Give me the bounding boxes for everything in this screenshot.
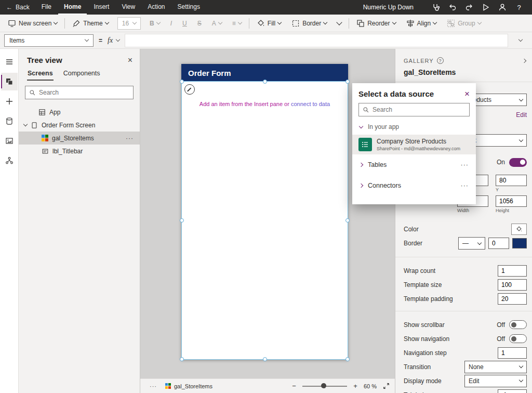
group-overflow-icon[interactable]: ··· xyxy=(461,161,469,168)
menu-home[interactable]: Home xyxy=(58,0,87,15)
resize-handle-e[interactable] xyxy=(345,218,350,222)
gallery-control-selection[interactable]: Add an item from the Insert pane or conn… xyxy=(181,81,348,360)
resize-handle-s[interactable] xyxy=(263,357,267,361)
connectors-group[interactable]: Connectors ··· xyxy=(352,175,476,196)
bold-button[interactable]: B xyxy=(145,16,165,31)
align-button[interactable]: Align xyxy=(402,16,442,31)
tree-item-app[interactable]: App xyxy=(19,106,140,119)
wrap-count-input[interactable] xyxy=(498,265,527,277)
advanced-tools-icon[interactable] xyxy=(1,152,18,169)
formula-input[interactable] xyxy=(125,34,508,47)
zoom-in-button[interactable]: + xyxy=(352,382,359,390)
tables-group[interactable]: Tables ··· xyxy=(352,154,476,175)
connect-to-data-link[interactable]: connect to data xyxy=(291,101,330,107)
transition-dropdown[interactable]: None xyxy=(464,361,527,373)
fx-dropdown[interactable]: fx xyxy=(108,36,119,45)
visible-toggle[interactable] xyxy=(509,158,527,167)
color-picker-button[interactable] xyxy=(511,224,527,235)
back-button[interactable]: ← Back xyxy=(6,4,35,11)
close-icon[interactable]: × xyxy=(128,56,132,64)
wrap-count-label: Wrap count xyxy=(404,267,435,274)
tree-item-label[interactable]: lbl_Titlebar xyxy=(19,145,140,158)
formula-expand-button[interactable] xyxy=(513,40,528,41)
redo-icon[interactable] xyxy=(462,1,476,14)
border-color-swatch[interactable] xyxy=(512,238,527,248)
insert-icon[interactable] xyxy=(1,93,18,110)
menu-view[interactable]: View xyxy=(116,0,141,15)
screen-icon xyxy=(31,122,38,129)
fit-to-window-icon[interactable] xyxy=(383,383,390,389)
position-y-input[interactable] xyxy=(496,175,527,186)
tab-index-input[interactable] xyxy=(498,389,527,393)
border-width-input[interactable] xyxy=(488,238,509,249)
preview-play-icon[interactable] xyxy=(479,1,493,14)
in-your-app-section[interactable]: In your app xyxy=(352,116,476,135)
template-padding-input[interactable] xyxy=(498,293,527,305)
app-checker-icon[interactable] xyxy=(429,1,443,14)
tree-search-input[interactable] xyxy=(39,89,129,96)
titlebar-label-control[interactable]: Order Form xyxy=(181,64,348,82)
zoom-out-button[interactable]: − xyxy=(290,382,298,390)
selected-control-indicator[interactable]: gal_StoreItems xyxy=(165,383,212,389)
display-mode-dropdown[interactable]: Edit xyxy=(464,375,527,387)
resize-handle-sw[interactable] xyxy=(180,357,184,361)
tree-view-title: Tree view xyxy=(27,56,62,64)
chevron-down-icon[interactable] xyxy=(23,122,28,126)
menu-settings[interactable]: Settings xyxy=(172,0,206,15)
tab-components[interactable]: Components xyxy=(63,68,101,81)
statusbar-overflow-icon[interactable]: ··· xyxy=(150,383,157,389)
dialog-search-input[interactable] xyxy=(373,106,466,113)
theme-button[interactable]: Theme xyxy=(68,16,113,31)
template-size-input[interactable] xyxy=(498,279,527,291)
menu-file[interactable]: File xyxy=(36,0,57,15)
italic-button[interactable]: I xyxy=(166,16,177,31)
new-screen-button[interactable]: New screen xyxy=(3,16,62,31)
zoom-slider-handle[interactable] xyxy=(321,383,326,388)
border-style-dropdown[interactable]: — xyxy=(458,237,485,250)
tree-item-screen[interactable]: Order Form Screen xyxy=(19,119,140,132)
resize-handle-nw[interactable] xyxy=(180,80,184,84)
color-label: Color xyxy=(404,226,419,233)
collapse-panel-icon[interactable] xyxy=(522,58,526,62)
data-sources-icon[interactable] xyxy=(1,112,18,130)
datasource-item[interactable]: Company Store Products SharePoint - md@m… xyxy=(352,135,476,154)
resize-handle-se[interactable] xyxy=(345,357,350,361)
edit-fields-link[interactable]: Edit xyxy=(516,111,527,119)
group-overflow-icon[interactable]: ··· xyxy=(461,182,469,189)
property-selector[interactable]: Items xyxy=(4,34,94,47)
close-icon[interactable]: × xyxy=(464,89,470,98)
show-scrollbar-toggle[interactable] xyxy=(509,320,527,329)
menu-insert[interactable]: Insert xyxy=(88,0,115,15)
zoom-slider[interactable] xyxy=(302,386,347,387)
edit-gallery-pencil-button[interactable] xyxy=(184,84,195,95)
menu-action[interactable]: Action xyxy=(142,0,170,15)
font-size-dropdown[interactable]: 16 xyxy=(117,17,141,30)
border-button[interactable]: Border xyxy=(287,16,331,31)
navigation-step-input[interactable] xyxy=(498,347,527,359)
resize-handle-n[interactable] xyxy=(263,80,267,84)
show-navigation-toggle[interactable] xyxy=(509,334,527,343)
hamburger-menu-icon[interactable] xyxy=(1,53,18,71)
undo-icon[interactable] xyxy=(446,1,459,14)
strikethrough-button[interactable]: S xyxy=(193,16,206,31)
tree-view-panel: Tree view × Screens Components App Order… xyxy=(19,49,140,393)
tab-screens[interactable]: Screens xyxy=(27,68,54,81)
tree-item-gallery[interactable]: gal_StoreItems ··· xyxy=(19,132,140,145)
text-align-button[interactable]: ≡ xyxy=(228,16,246,31)
resize-handle-w[interactable] xyxy=(180,218,184,222)
account-icon[interactable] xyxy=(496,1,509,14)
help-icon[interactable]: ? xyxy=(437,57,444,64)
underline-button[interactable]: U xyxy=(178,16,192,31)
tree-view-icon[interactable] xyxy=(1,73,18,90)
reorder-button[interactable]: Reorder xyxy=(352,16,400,31)
fill-button[interactable]: Fill xyxy=(252,16,286,31)
help-icon[interactable]: ? xyxy=(512,1,526,14)
media-icon[interactable] xyxy=(1,132,18,150)
item-overflow-icon[interactable]: ··· xyxy=(126,135,140,142)
screen-canvas[interactable]: Order Form xyxy=(181,64,348,360)
ribbon-overflow-button[interactable] xyxy=(332,16,346,31)
group-button[interactable]: Group xyxy=(442,16,485,31)
resize-handle-ne[interactable] xyxy=(345,80,350,84)
height-input[interactable] xyxy=(496,195,527,207)
font-color-button[interactable]: A xyxy=(207,16,227,31)
